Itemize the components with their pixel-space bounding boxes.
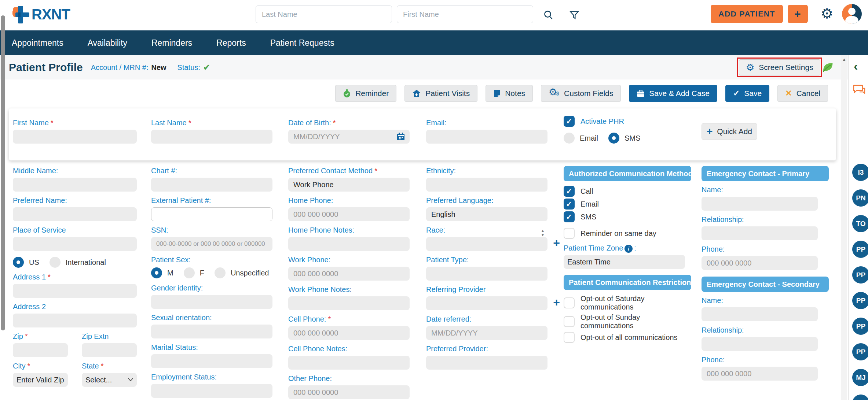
call-checkbox[interactable] [564, 186, 575, 197]
nav-reports[interactable]: Reports [216, 38, 246, 48]
preferred-contact-method-input[interactable] [288, 178, 410, 192]
sms-checkbox[interactable] [564, 211, 575, 222]
notes-button[interactable]: Notes [486, 85, 533, 102]
chat-bubbles-icon[interactable] [852, 84, 865, 98]
patient-avatar[interactable]: ST [852, 395, 868, 400]
ethnicity-input[interactable] [426, 178, 547, 192]
cell-phone-input[interactable] [288, 326, 410, 340]
work-phone-input[interactable] [288, 267, 410, 281]
external-patient-input[interactable] [151, 207, 272, 221]
cancel-button[interactable]: ✕ Cancel [777, 85, 828, 102]
nav-appointments[interactable]: Appointments [12, 38, 63, 48]
patient-avatar[interactable]: I3 [852, 164, 868, 181]
other-phone-input[interactable] [288, 385, 410, 399]
sexual-orientation-input[interactable] [151, 325, 272, 338]
opt-out-all-checkbox[interactable] [564, 332, 575, 343]
referring-provider-add-plus-icon[interactable]: + [553, 296, 560, 308]
save-button[interactable]: ✓ Save [725, 85, 769, 102]
address2-input[interactable] [13, 314, 137, 327]
phr-sms-radio[interactable] [608, 133, 619, 144]
rxnt-logo[interactable]: RXNT [12, 4, 70, 24]
address1-input[interactable] [13, 284, 137, 298]
patient-avatar[interactable]: PP [852, 266, 868, 284]
cell-phone-notes-input[interactable] [288, 356, 410, 370]
calendar-icon[interactable] [396, 132, 405, 142]
place-of-service-input[interactable] [13, 237, 137, 251]
preferred-language-input[interactable] [426, 207, 547, 221]
opt-out-saturday-checkbox[interactable] [564, 297, 575, 308]
patient-type-input[interactable] [426, 267, 547, 281]
nav-availability[interactable]: Availability [88, 38, 127, 48]
email-input[interactable] [426, 130, 547, 144]
address-us-radio[interactable] [13, 257, 24, 268]
marital-status-input[interactable] [151, 354, 272, 368]
last-name-input[interactable] [151, 130, 272, 144]
gender-identity-input[interactable] [151, 295, 272, 309]
work-phone-notes-input[interactable] [288, 296, 410, 310]
leaf-icon[interactable] [821, 61, 835, 75]
race-input[interactable] [426, 237, 547, 251]
scrollbar-thumb[interactable] [1, 15, 5, 330]
state-select[interactable]: Select... [82, 373, 137, 387]
patient-avatar[interactable]: PP [852, 318, 868, 335]
time-zone-select[interactable]: Eastern Time [564, 255, 685, 269]
race-add-plus-icon[interactable]: + [553, 237, 560, 249]
add-plus-button[interactable]: + [788, 5, 808, 23]
scroll-up-arrow[interactable]: ▲ [841, 57, 847, 62]
first-name-input[interactable] [13, 130, 137, 144]
nav-reminders[interactable]: Reminders [151, 38, 192, 48]
patient-visits-button[interactable]: Patient Visits [404, 85, 477, 102]
referring-provider-input[interactable] [426, 296, 547, 310]
reminder-same-day-checkbox[interactable] [564, 228, 575, 239]
first-name-search-input[interactable] [397, 5, 533, 23]
opt-out-sunday-checkbox[interactable] [564, 316, 575, 327]
phr-email-radio[interactable] [564, 133, 575, 144]
search-icon[interactable] [541, 7, 556, 23]
address-international-radio[interactable] [50, 257, 61, 268]
sex-f-radio[interactable] [184, 267, 195, 278]
preferred-name-input[interactable] [13, 207, 137, 221]
quick-add-button[interactable]: + Quick Add [702, 123, 757, 140]
dob-input[interactable] [288, 130, 410, 144]
zip-extn-input[interactable] [82, 343, 137, 357]
user-avatar[interactable] [842, 4, 862, 24]
patient-avatar[interactable]: PP [852, 343, 868, 360]
chart-number-input[interactable] [151, 178, 272, 192]
patient-avatar[interactable]: PN [852, 189, 868, 207]
filter-funnel-icon[interactable] [567, 7, 582, 23]
info-icon[interactable]: i [625, 245, 633, 253]
save-add-case-button[interactable]: Save & Add Case [629, 85, 717, 102]
email-checkbox[interactable] [564, 199, 575, 210]
patient-avatar[interactable]: MJ [852, 369, 868, 386]
patient-avatar[interactable]: PP [852, 292, 868, 309]
preferred-provider-input[interactable] [426, 356, 547, 370]
ec-primary-name-input[interactable] [702, 197, 818, 211]
screen-settings-button[interactable]: ⚙ Screen Settings [739, 59, 820, 75]
collapse-panel-chevron-icon[interactable]: ‹ [854, 60, 858, 72]
sex-m-radio[interactable] [151, 267, 162, 278]
ssn-input[interactable] [151, 237, 272, 251]
home-phone-notes-input[interactable] [288, 237, 410, 251]
patient-avatar[interactable]: TO [852, 215, 868, 232]
add-patient-button[interactable]: ADD PATIENT [711, 5, 783, 23]
ec-secondary-name-input[interactable] [702, 307, 818, 321]
reminder-button[interactable]: Reminder [335, 85, 396, 102]
settings-gear-icon[interactable]: ⚙ [819, 6, 835, 21]
race-spinner[interactable]: ▲▼ [541, 229, 545, 237]
ec-primary-relationship-input[interactable] [702, 226, 818, 240]
date-referred-input[interactable] [426, 326, 547, 340]
middle-name-input[interactable] [13, 178, 137, 192]
employment-status-input[interactable] [151, 384, 272, 398]
ec-secondary-phone-input[interactable] [702, 367, 818, 381]
zip-input[interactable] [13, 343, 68, 357]
custom-fields-button[interactable]: ⚙ ⚙ Custom Fields [541, 85, 621, 102]
vertical-scrollbar[interactable]: ▲ [841, 55, 847, 400]
ec-secondary-relationship-input[interactable] [702, 337, 818, 351]
ec-primary-phone-input[interactable] [702, 256, 818, 270]
nav-patient-requests[interactable]: Patient Requests [270, 38, 334, 48]
last-name-search-input[interactable] [256, 5, 392, 23]
sex-unspecified-radio[interactable] [215, 267, 226, 278]
patient-avatar[interactable]: PP [852, 241, 868, 258]
home-phone-input[interactable] [288, 207, 410, 221]
activate-phr-checkbox[interactable] [564, 116, 575, 127]
